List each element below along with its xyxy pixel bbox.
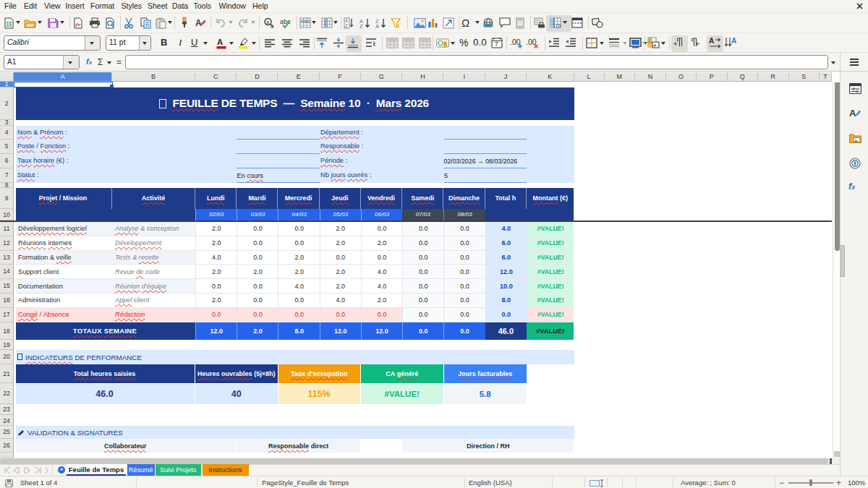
svg-text:A: A [345,18,349,23]
svg-text:a: a [266,19,269,24]
svg-text:7: 7 [495,40,498,48]
svg-text:.00: .00 [510,38,521,46]
svg-text:d: d [271,24,273,29]
svg-text:A: A [375,23,379,29]
svg-text:A: A [709,37,714,45]
svg-text:≠: ≠ [654,43,657,48]
svg-text:Z: Z [359,23,363,29]
svg-text:A: A [731,37,736,45]
svg-text:Z: Z [345,23,348,28]
svg-text:A: A [217,38,223,46]
svg-text:A: A [195,18,202,28]
